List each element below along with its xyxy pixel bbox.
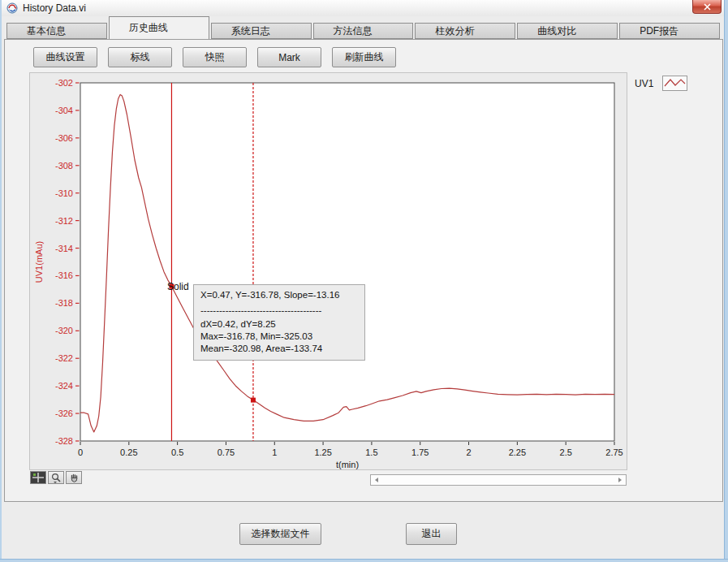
svg-text:1: 1 — [272, 447, 277, 457]
tab-curve-compare[interactable]: 曲线对比 — [517, 23, 618, 39]
tab-content-panel: 曲线设置 标线 快照 Mark 刷新曲线 -302-304-306-308-31… — [4, 39, 723, 502]
svg-text:UV1(mAu): UV1(mAu) — [34, 241, 44, 283]
svg-text:-314: -314 — [55, 244, 73, 253]
magnifier-icon — [50, 473, 62, 483]
select-data-file-button[interactable]: 选择数据文件 — [239, 523, 321, 545]
svg-text:-318: -318 — [55, 298, 73, 308]
tooltip-line-meanarea: Mean=-320.98, Area=-133.74 — [200, 343, 358, 355]
tab-pdf-report[interactable]: PDF报告 — [619, 23, 720, 39]
cursor-name-label: Solid — [167, 281, 189, 292]
svg-text:-328: -328 — [55, 436, 73, 446]
svg-text:-308: -308 — [55, 161, 73, 171]
tab-history-curve[interactable]: 历史曲线 — [109, 16, 209, 39]
window-border-left — [0, 0, 2, 562]
tab-strip: 基本信息 历史曲线 系统日志 方法信息 柱效分析 曲线对比 PDF报告 — [6, 16, 722, 39]
window-title: History Data.vi — [23, 2, 86, 14]
svg-text:-304: -304 — [55, 106, 73, 115]
app-window: History Data.vi 基本信息 历史曲线 系统日志 方法信息 柱效分析… — [0, 0, 728, 562]
svg-text:-320: -320 — [55, 326, 73, 335]
tooltip-line-maxmin: Max=-316.78, Min=-325.03 — [200, 331, 358, 343]
svg-text:-306: -306 — [55, 133, 73, 143]
tab-method-info[interactable]: 方法信息 — [313, 23, 414, 39]
mark-button[interactable]: Mark — [257, 47, 321, 67]
svg-text:2.75: 2.75 — [605, 447, 622, 457]
svg-text:1.25: 1.25 — [314, 447, 331, 457]
svg-text:-312: -312 — [55, 216, 73, 226]
cursor-stats-tooltip: X=0.47, Y=-316.78, Slope=-13.16 --------… — [193, 284, 365, 361]
cursor-move-tool-button[interactable] — [30, 471, 46, 484]
svg-text:-324: -324 — [55, 381, 73, 391]
waveform-graph[interactable]: -302-304-306-308-310-312-314-316-318-320… — [29, 72, 627, 470]
scroll-right-button[interactable] — [614, 475, 626, 485]
arrow-right-icon — [618, 478, 622, 482]
marker-line-button[interactable]: 标线 — [108, 47, 172, 67]
svg-text:1.75: 1.75 — [411, 447, 429, 457]
crosshair-icon — [32, 473, 44, 482]
svg-text:-310: -310 — [55, 188, 73, 198]
labview-vi-icon — [6, 2, 18, 14]
refresh-curve-button[interactable]: 刷新曲线 — [332, 47, 396, 67]
svg-text:2: 2 — [466, 447, 471, 457]
scroll-left-button[interactable] — [371, 475, 382, 485]
arrow-left-icon — [375, 478, 378, 482]
svg-text:-316: -316 — [55, 270, 73, 280]
svg-text:2.5: 2.5 — [560, 447, 572, 457]
tab-column-efficiency[interactable]: 柱效分析 — [415, 23, 515, 39]
chart-canvas: -302-304-306-308-310-312-314-316-318-320… — [30, 73, 628, 471]
hand-icon — [69, 473, 80, 483]
svg-text:0.75: 0.75 — [218, 447, 235, 457]
window-border-bottom — [0, 559, 728, 562]
svg-text:0: 0 — [78, 447, 83, 457]
svg-text:1.5: 1.5 — [365, 447, 377, 457]
zoom-tool-button[interactable] — [48, 471, 64, 484]
svg-text:-302: -302 — [55, 78, 73, 88]
title-bar: History Data.vi — [0, 0, 728, 16]
svg-text:2.25: 2.25 — [509, 447, 526, 457]
waveform-sample-icon — [663, 76, 687, 90]
plot-legend[interactable]: UV1 — [635, 76, 687, 91]
chart-horizontal-scrollbar[interactable] — [370, 474, 627, 486]
legend-series-label: UV1 — [635, 78, 653, 89]
pan-tool-button[interactable] — [66, 471, 82, 484]
close-button[interactable] — [692, 0, 722, 14]
svg-text:-326: -326 — [55, 409, 73, 418]
snapshot-button[interactable]: 快照 — [183, 47, 247, 67]
close-icon — [704, 3, 711, 11]
svg-text:0.5: 0.5 — [171, 447, 183, 457]
tab-basic-info[interactable]: 基本信息 — [6, 23, 107, 39]
exit-button[interactable]: 退出 — [406, 523, 457, 545]
svg-text:t(min): t(min) — [336, 460, 359, 469]
tooltip-line-delta: dX=0.42, dY=8.25 — [200, 318, 358, 331]
window-border-right — [724, 0, 728, 562]
svg-text:0.25: 0.25 — [120, 447, 137, 457]
curve-settings-button[interactable]: 曲线设置 — [33, 47, 97, 67]
tab-system-log[interactable]: 系统日志 — [211, 23, 312, 39]
tooltip-line-position: X=0.47, Y=-316.78, Slope=-13.16 — [200, 289, 358, 301]
graph-palette — [30, 471, 84, 484]
svg-text:-322: -322 — [55, 353, 73, 363]
legend-line-sample[interactable] — [662, 76, 687, 91]
tooltip-separator: --------------------------------------- — [200, 305, 358, 317]
chart-toolbar: 曲线设置 标线 快照 Mark 刷新曲线 — [33, 47, 396, 67]
